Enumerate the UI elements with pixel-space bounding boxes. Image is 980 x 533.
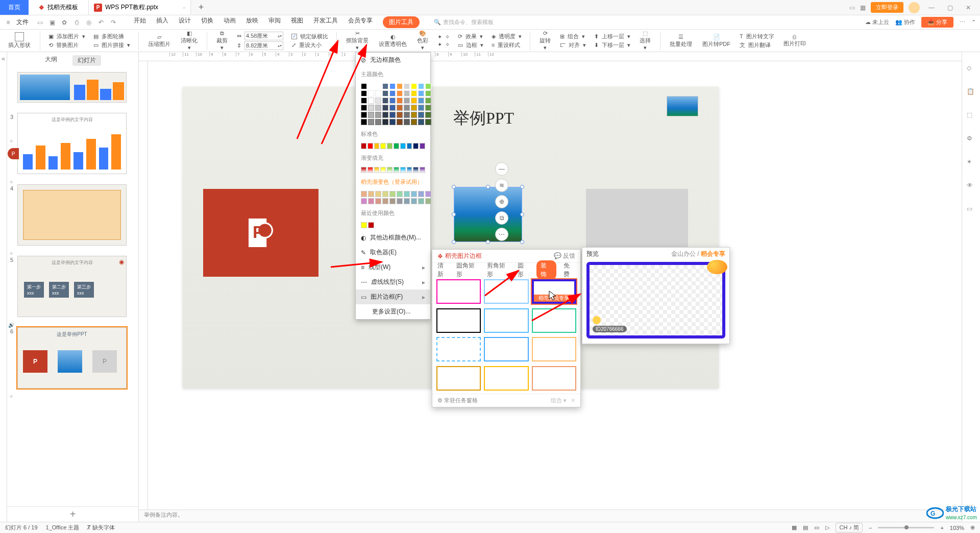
frame-item[interactable] (484, 337, 528, 361)
frame-tab-free[interactable]: 免费 (564, 261, 575, 279)
border-button[interactable]: ▭边框 ▾ (456, 41, 485, 49)
tab-find-template[interactable]: ❖ 找稻壳模板 (29, 0, 89, 15)
menu-tab-review[interactable]: 审阅 (268, 16, 281, 28)
menu-tab-insert[interactable]: 插入 (156, 16, 168, 28)
login-button[interactable]: 立即登录 (871, 2, 903, 13)
move-up-button[interactable]: ⬆上移一层 ▾ (592, 33, 632, 40)
rb-view-icon[interactable]: 👁 (967, 182, 976, 191)
view-normal-icon[interactable]: ▦ (792, 524, 797, 531)
lock-ratio-checkbox[interactable]: ✓锁定纵横比 (289, 33, 330, 40)
select-button[interactable]: ⬚选择 ▾ (636, 30, 654, 51)
transparency-button[interactable]: ◈透明度 ▾ (489, 33, 524, 40)
frame-item[interactable] (532, 308, 576, 333)
frame-item[interactable] (484, 279, 528, 304)
slide-thumb[interactable]: 这是举例的文字内容 第一步xxx 第二步xxx 第三步xxx ◉ (17, 256, 127, 317)
slide-image-small[interactable] (667, 96, 698, 116)
effect-button[interactable]: ⟳效果 ▾ (456, 33, 485, 40)
file-menu[interactable]: 文件 (16, 18, 29, 27)
zoom-in-icon[interactable]: + (940, 525, 943, 531)
other-color-item[interactable]: ◐其他边框颜色(M)... (356, 230, 430, 245)
view-sorter-icon[interactable]: ▤ (803, 524, 808, 531)
preset4-icon[interactable]: ✧ (445, 41, 450, 48)
reset-size-button[interactable]: ⤢重设大小 (289, 41, 330, 49)
replace-image-button[interactable]: ⟲替换图片 (46, 41, 87, 49)
preset1-icon[interactable]: ✦ (437, 34, 442, 40)
frame-tab-fresh[interactable]: 清新 (437, 261, 449, 279)
rotate-button[interactable]: ⟳旋转 ▾ (536, 30, 554, 51)
pin-panel-button[interactable]: ⚙ 常驻任务窗格 (437, 397, 478, 404)
no-border-item[interactable]: ⊘无边框颜色 (356, 53, 430, 67)
frame-item[interactable] (484, 308, 528, 333)
collapse-sidepane-button[interactable]: « (0, 52, 7, 522)
rb-animation-icon[interactable]: ✶ (967, 158, 976, 167)
insert-shape-button[interactable]: 插入形状 (5, 32, 34, 49)
qat-open-icon[interactable]: ▣ (48, 18, 56, 27)
avatar[interactable] (909, 2, 920, 13)
rb-setting-icon[interactable]: ⚙ (967, 135, 976, 144)
compress-image-button[interactable]: ▱压缩图片 (145, 34, 174, 48)
share-button[interactable]: 📤 分享 (921, 17, 953, 28)
combine-button[interactable]: ⊞组合 ▾ (558, 33, 588, 40)
window-minimize-icon[interactable]: — (925, 4, 938, 11)
menu-tab-animation[interactable]: 动画 (224, 16, 236, 28)
tab-home[interactable]: 首页 (0, 0, 29, 15)
frame-item[interactable] (532, 366, 576, 391)
qat-save-icon[interactable]: ✿ (60, 18, 68, 27)
image-border-item[interactable]: ▭图片边框(F)▸ (356, 289, 430, 304)
zoom-slider[interactable] (878, 527, 934, 528)
theme-indicator[interactable]: 1_Office 主题 (46, 524, 80, 531)
menu-tab-vip[interactable]: 会员专享 (348, 16, 373, 28)
slide-thumb[interactable] (17, 72, 127, 103)
tab-document[interactable]: P WPS PPT教程.pptx ▫ (89, 0, 191, 15)
image-to-pdf-button[interactable]: 📄图片转PDF (699, 34, 733, 48)
rb-material-icon[interactable]: ⬚ (967, 111, 976, 120)
ft-ai-icon[interactable]: — (495, 162, 508, 176)
menu-tab-transition[interactable]: 切换 (201, 16, 213, 28)
reset-style-button[interactable]: ≡重设样式 (489, 41, 524, 49)
gradient-palette[interactable] (356, 165, 430, 175)
frame-tab-roundrect[interactable]: 圆角矩形 (456, 261, 480, 279)
cooperate-button[interactable]: 👥 协作 (895, 18, 915, 26)
frame-feedback-button[interactable]: 💬 反馈 (554, 252, 575, 260)
qat-print-icon[interactable]: ⎙ (72, 18, 81, 27)
qat-undo-icon[interactable]: ↶ (97, 18, 105, 27)
cloud-status[interactable]: ☁ 未上云 (865, 18, 889, 26)
theme-palette[interactable] (356, 81, 430, 127)
add-image-button[interactable]: ▣添加图片 ▾ (46, 33, 87, 40)
apps-icon[interactable]: ▦ (860, 4, 866, 11)
menu-tab-view[interactable]: 视图 (291, 16, 303, 28)
image-to-text-button[interactable]: T图片转文字 (738, 33, 776, 40)
rb-design-icon[interactable]: ◇ (967, 64, 976, 74)
window-maximize-icon[interactable]: ▢ (943, 4, 957, 11)
overflow-icon[interactable]: ⋯ (960, 19, 965, 26)
slide-red-block[interactable]: P (203, 189, 318, 277)
zoom-out-icon[interactable]: − (869, 525, 872, 531)
menu-tab-image-tools[interactable]: 图片工具 (383, 16, 420, 28)
set-transparent-button[interactable]: ◐设置透明色 (376, 34, 410, 48)
slide-title[interactable]: 举例PPT (453, 107, 514, 130)
fit-icon[interactable]: ⊕ (970, 524, 975, 531)
image-translate-button[interactable]: 文图片翻译 (738, 41, 776, 49)
frame-item[interactable] (436, 279, 481, 304)
menu-tab-design[interactable]: 设计 (179, 16, 191, 28)
align-button[interactable]: ⫍对齐 ▾ (558, 41, 588, 49)
frame-clear-button[interactable]: ✕ (571, 397, 575, 404)
menu-tab-dev[interactable]: 开发工具 (313, 16, 338, 28)
move-down-button[interactable]: ⬇下移一层 ▾ (592, 41, 632, 49)
crop-button[interactable]: ⧉裁剪 ▾ (213, 30, 231, 51)
standard-palette[interactable] (356, 141, 430, 151)
frame-tab-cutrect[interactable]: 剪角矩形 (487, 261, 510, 279)
window-close-icon[interactable]: ✕ (962, 4, 975, 11)
tab-add[interactable]: + (191, 0, 211, 15)
frame-item[interactable] (436, 366, 481, 391)
more-settings-item[interactable]: 更多设置(O)... (356, 304, 430, 319)
width-input[interactable]: ⇔ 4.58厘米▴▾ (235, 32, 285, 40)
add-slide-button[interactable]: + (7, 506, 138, 522)
notes-bar[interactable]: 举例备注内容。 (139, 510, 962, 522)
frame-combo-button[interactable]: 组合 ▾ (551, 397, 567, 404)
ft-zoom-icon[interactable]: ⊕ (495, 195, 508, 208)
slides-tab[interactable]: 幻灯片 (72, 55, 101, 66)
collapse-ribbon-icon[interactable]: ⌃ (971, 19, 976, 26)
reading-mode-icon[interactable]: ▭ (849, 4, 855, 11)
rb-more-icon[interactable]: ▭ (967, 205, 976, 214)
